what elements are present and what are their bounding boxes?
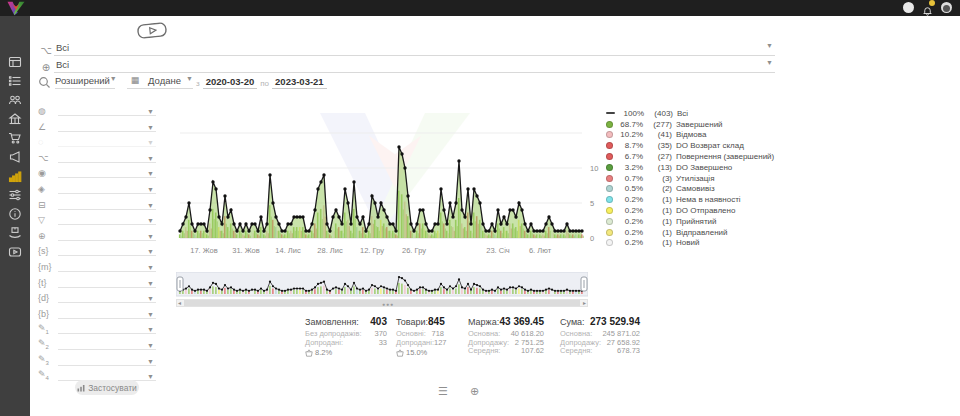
search-mode-select[interactable]: Розширений ▼ [55, 75, 115, 89]
custom-field-3-filter-select[interactable]: ▼ [58, 358, 156, 366]
chart-scrollbar[interactable]: ◂ ●●● ▸ [176, 299, 588, 307]
date-from-label: з [196, 79, 200, 88]
unknown-filter-select[interactable]: ▼ [58, 139, 156, 147]
legend-dot-swatch [606, 175, 613, 182]
scrollbar-grip: ●●● [382, 301, 394, 307]
sidebar-item-statistics[interactable] [0, 166, 30, 185]
funnel-filter-select[interactable]: ▼ [58, 217, 156, 225]
stat-sub-value: 678.73 [617, 347, 640, 356]
stat-sub-value: 107.62 [521, 347, 544, 356]
stat-value: 845 [428, 316, 445, 327]
web-filter-select[interactable]: ▼ [58, 233, 156, 241]
legend-item-8[interactable]: 0.2%(1)Нема в наявності [606, 194, 774, 205]
products-view-icon[interactable]: ⊕ [470, 385, 479, 398]
legend-item-1[interactable]: 68.7%(277)Завершений [606, 119, 774, 130]
person-filter-select[interactable]: ▼ [58, 170, 156, 178]
basket-icon [396, 349, 404, 357]
chart-brush[interactable] [176, 272, 588, 298]
var-t-filter-select[interactable]: ▼ [58, 280, 156, 288]
trend-filter-select[interactable]: ▼ [58, 124, 156, 132]
product-filter-select[interactable]: ▼ [58, 186, 156, 194]
sidebar-item-tutorials[interactable] [0, 242, 30, 261]
custom-field-2-filter-select[interactable]: ▼ [58, 342, 156, 350]
chevron-down-icon: ▼ [147, 248, 156, 255]
upsell-rate-value: 15.0% [406, 348, 427, 357]
sidebar-item-info[interactable] [0, 204, 30, 223]
source-select[interactable]: Всі ▼ [54, 42, 775, 56]
sidebar-item-announcements[interactable] [0, 147, 30, 166]
chevron-down-icon: ▼ [147, 295, 156, 302]
sidebar-item-orders[interactable] [0, 71, 30, 90]
sidebar-item-store[interactable] [0, 109, 30, 128]
assistant-icon[interactable] [903, 2, 914, 13]
custom-field-2-filter-icon: ✎2 [38, 338, 58, 350]
orders-chart[interactable] [176, 96, 588, 246]
filter-row-sitemap-filter: ⌥▼ [38, 148, 156, 163]
var-d-filter-icon: {d} [38, 293, 58, 303]
legend-dot-swatch [606, 142, 613, 149]
product-select[interactable]: Всі ▼ [54, 59, 775, 73]
stat-sub-row: Допродані:33 [305, 339, 387, 348]
globe-filter-icon: ◍ [38, 106, 58, 116]
app-logo[interactable] [5, 0, 27, 17]
legend-dash-swatch [606, 112, 615, 114]
var-d-filter-select[interactable]: ▼ [58, 295, 156, 303]
legend-item-7[interactable]: 0.5%(2)Самовивіз [606, 184, 774, 195]
chevron-down-icon: ▼ [147, 202, 156, 209]
legend-item-11[interactable]: 0.2%(1)Відправлений [606, 227, 774, 238]
var-s-filter-icon: {s} [38, 246, 58, 256]
legend-item-3[interactable]: 8.7%(35)DO Возврат склад [606, 140, 774, 151]
stat-col-0: Замовлення:403Без допродажів:370Допродан… [305, 316, 387, 357]
sitemap-filter-select[interactable]: ▼ [58, 155, 156, 163]
legend-dot-swatch [606, 185, 613, 192]
legend-percent: 0.2% [617, 238, 643, 247]
sidebar-item-customers[interactable] [0, 90, 30, 109]
legend-item-6[interactable]: 0.7%(3)Утилізація [606, 173, 774, 184]
search-mode-value: Розширений [55, 75, 110, 86]
var-m-filter-select[interactable]: ▼ [58, 264, 156, 272]
custom-field-1-filter-select[interactable]: ▼ [58, 326, 156, 334]
legend-item-10[interactable]: 0.2%(1)Прийнятий [606, 216, 774, 227]
scroll-right-icon[interactable]: ▸ [583, 300, 586, 307]
sidebar-item-settings[interactable] [0, 185, 30, 204]
legend-item-0[interactable]: 100%(403)Всі [606, 108, 774, 119]
video-filter-icon[interactable] [136, 21, 167, 39]
var-s-filter-select[interactable]: ▼ [58, 248, 156, 256]
legend-count: (1) [647, 195, 672, 204]
legend-item-5[interactable]: 3.2%(13)DO Завершено [606, 162, 774, 173]
legend-label: Самовивіз [676, 184, 715, 193]
notifications-icon[interactable] [922, 2, 933, 13]
chevron-down-icon: ▼ [147, 358, 156, 365]
sliders-icon [8, 188, 22, 202]
legend-dot-swatch [606, 153, 613, 160]
apply-button[interactable]: Застосувати [75, 380, 139, 395]
legend-count: (1) [647, 217, 672, 226]
stat-col-1: Товари:845Основні:718Допродані:12715.0% [396, 316, 444, 357]
legend-item-9[interactable]: 0.2%(1)DO Отправлено [606, 205, 774, 216]
date-to-input[interactable]: 2023-03-21 [272, 76, 327, 89]
filter-row-person-filter: ◉▼ [38, 163, 156, 178]
money-filter-select[interactable]: ▼ [58, 202, 156, 210]
scroll-left-icon[interactable]: ◂ [178, 300, 181, 307]
legend-count: (35) [647, 141, 672, 150]
stat-value: 43 369.45 [500, 316, 545, 327]
date-from-input[interactable]: 2020-03-20 [203, 76, 258, 89]
sidebar-item-dashboard[interactable] [0, 52, 30, 71]
legend-percent: 68.7% [617, 120, 643, 129]
legend-label: Повернення (завершений) [676, 152, 774, 161]
list-view-icon[interactable]: ☰ [438, 385, 448, 398]
legend-item-2[interactable]: 10.2%(41)Відмова [606, 130, 774, 141]
date-field-select[interactable]: ▦ Додане ▼ [127, 75, 193, 89]
globe-filter-select[interactable]: ▼ [58, 108, 156, 116]
legend-percent: 0.7% [617, 174, 643, 183]
sidebar-item-cart[interactable] [0, 128, 30, 147]
sidebar-item-shipping[interactable] [0, 223, 30, 242]
profile-avatar[interactable] [941, 2, 952, 13]
stat-sub-row: Середня:678.73 [560, 347, 640, 356]
legend-item-12[interactable]: 0.2%(1)Новий [606, 238, 774, 249]
stat-sub-label: Середня: [468, 347, 500, 356]
var-b-filter-select[interactable]: ▼ [58, 311, 156, 319]
chevron-down-icon: ▼ [147, 217, 156, 224]
legend-item-4[interactable]: 6.7%(27)Повернення (завершений) [606, 151, 774, 162]
legend-label: DO Завершено [676, 163, 732, 172]
